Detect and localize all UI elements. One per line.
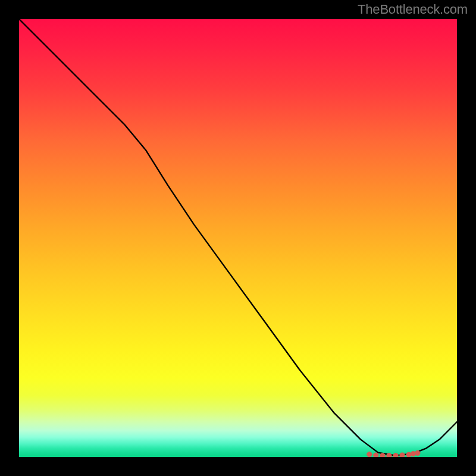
optimal-dot (374, 453, 378, 457)
optimal-dot (400, 453, 405, 457)
optimal-dot (387, 453, 392, 457)
optimal-dot (393, 453, 398, 457)
watermark-text: TheBottleneck.com (358, 2, 468, 17)
plot-area (19, 19, 457, 457)
optimal-cluster-dots (367, 450, 420, 457)
chart-frame: TheBottleneck.com (0, 0, 476, 476)
optimal-dot (415, 450, 420, 455)
curve-layer (19, 19, 457, 457)
optimal-dot (367, 452, 372, 456)
optimal-dot (380, 453, 385, 457)
bottleneck-curve-path (19, 19, 457, 456)
